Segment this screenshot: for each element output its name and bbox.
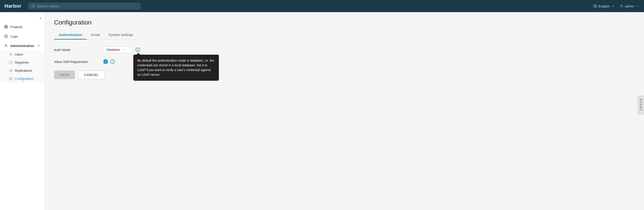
search-input[interactable]	[37, 4, 138, 8]
search-bar[interactable]	[28, 3, 141, 9]
sidebar-collapse-button[interactable]: «	[0, 14, 45, 22]
projects-icon	[4, 25, 8, 29]
user-icon	[620, 4, 624, 8]
cancel-button[interactable]: CANCEL	[78, 71, 105, 79]
app-logo: Harbor	[4, 3, 22, 9]
svg-line-1	[34, 7, 35, 8]
svg-point-18	[10, 78, 11, 79]
top-navigation: Harbor English admin	[0, 0, 644, 12]
svg-rect-8	[4, 27, 6, 28]
page-layout: « Projects Logs Administration Users Reg…	[0, 12, 644, 210]
language-label: English	[598, 4, 610, 8]
auth-mode-info-wrapper: i By default the authentication mode is …	[136, 47, 140, 52]
configuration-label: Configuration	[15, 77, 34, 80]
self-reg-control: i	[104, 59, 115, 64]
language-selector[interactable]: English	[593, 4, 615, 8]
self-reg-info-icon[interactable]: i	[110, 59, 115, 64]
sidebar-logs-label: Logs	[10, 34, 18, 38]
self-reg-checkbox[interactable]	[104, 60, 108, 64]
svg-point-14	[6, 44, 7, 46]
users-icon	[9, 53, 12, 56]
svg-point-5	[621, 5, 622, 6]
tab-system-settings[interactable]: System Settings	[104, 30, 138, 39]
svg-rect-6	[4, 25, 6, 26]
svg-rect-7	[6, 25, 8, 26]
administration-subitems: Users Registries Replications Configurat…	[0, 50, 45, 83]
globe-icon	[593, 4, 597, 8]
main-content: Configuration Authentication Email Syste…	[45, 12, 644, 210]
sidebar-projects-label: Projects	[10, 25, 22, 29]
logs-icon	[4, 34, 8, 38]
auth-mode-row: Auth Mode Database i By default the auth…	[54, 46, 635, 53]
administration-chevron-icon	[37, 44, 41, 48]
auth-mode-label: Auth Mode	[54, 48, 99, 52]
user-menu[interactable]: admin	[620, 4, 640, 8]
configuration-icon	[9, 77, 12, 80]
registries-icon	[9, 61, 12, 64]
save-button[interactable]: SAVE	[54, 71, 75, 79]
user-chevron-icon	[636, 4, 640, 8]
sidebar-item-configuration[interactable]: Configuration	[0, 75, 45, 83]
sidebar-item-logs[interactable]: Logs	[0, 31, 45, 41]
svg-point-15	[10, 53, 11, 54]
sidebar-administration[interactable]: Administration	[0, 41, 45, 50]
tab-bar: Authentication Email System Settings	[54, 30, 635, 39]
checkmark-icon	[104, 60, 107, 63]
topnav-right: English admin	[593, 4, 640, 8]
sidebar-item-replications[interactable]: Replications	[0, 67, 45, 75]
svg-rect-9	[6, 27, 8, 28]
select-chevron-icon	[122, 48, 125, 51]
administration-icon	[4, 44, 8, 48]
auth-mode-control: Database i By default the authentication…	[104, 46, 140, 53]
auth-mode-value: Database	[106, 48, 120, 51]
chevron-down-icon	[611, 4, 615, 8]
users-label: Users	[15, 53, 23, 56]
replications-icon	[9, 69, 12, 72]
self-reg-label: Allow Self-Registration	[54, 60, 99, 64]
sidebar: « Projects Logs Administration Users Reg…	[0, 12, 45, 210]
search-icon	[31, 4, 35, 8]
auth-mode-info-icon[interactable]: i	[136, 47, 140, 52]
sidebar-item-users[interactable]: Users	[0, 50, 45, 58]
event-tab[interactable]: EVENT	[638, 95, 644, 114]
sidebar-item-registries[interactable]: Registries	[0, 58, 45, 67]
tab-authentication[interactable]: Authentication	[54, 30, 87, 39]
user-label: admin	[625, 4, 634, 8]
sidebar-administration-label: Administration	[10, 44, 34, 48]
page-title: Configuration	[54, 19, 635, 26]
tab-email[interactable]: Email	[87, 30, 104, 39]
svg-point-16	[11, 53, 12, 54]
svg-point-0	[32, 5, 34, 7]
sidebar-item-projects[interactable]: Projects	[0, 22, 45, 31]
replications-label: Replications	[15, 69, 32, 72]
auth-mode-select[interactable]: Database	[104, 46, 133, 53]
registries-label: Registries	[15, 61, 29, 64]
auth-mode-tooltip: By default the authentication mode is da…	[133, 55, 219, 81]
